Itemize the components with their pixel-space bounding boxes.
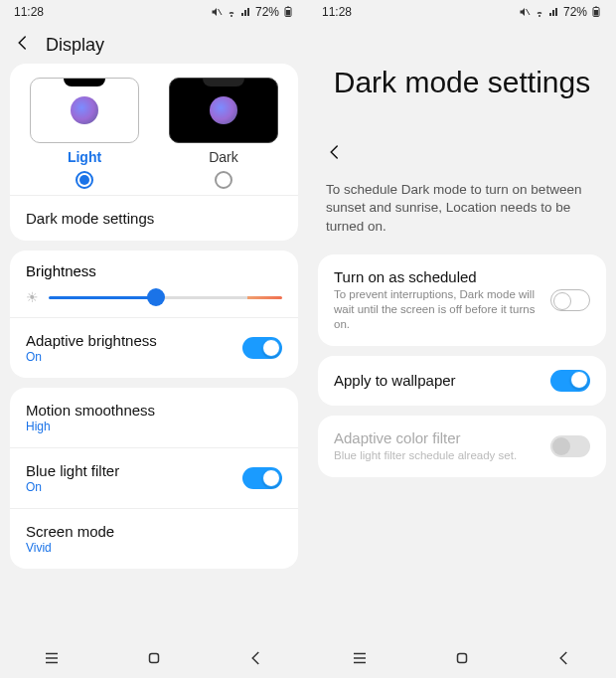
svg-rect-2	[286, 10, 290, 16]
back-icon	[247, 649, 265, 667]
back-icon	[555, 649, 573, 667]
page-title: Display	[46, 35, 104, 56]
theme-label-dark: Dark	[209, 149, 238, 165]
bluelight-label: Blue light filter	[26, 462, 119, 479]
adaptive-brightness-row[interactable]: Adaptive brightness On	[10, 317, 298, 378]
bluelight-status: On	[26, 480, 119, 494]
dark-mode-settings-label: Dark mode settings	[26, 210, 154, 227]
wallpaper-row[interactable]: Apply to wallpaper	[318, 356, 606, 406]
brightness-block: Brightness ☀	[10, 251, 298, 317]
colorfilter-row: Adaptive color filter Blue light filter …	[318, 416, 606, 477]
theme-card: Light Dark Dark mode settings	[10, 64, 298, 241]
scheduled-row[interactable]: Turn on as scheduled To prevent interrup…	[318, 254, 606, 346]
blue-light-row[interactable]: Blue light filter On	[10, 447, 298, 508]
brightness-label: Brightness	[26, 262, 282, 279]
theme-preview-dark	[169, 78, 278, 143]
svg-rect-11	[595, 7, 597, 8]
wifi-icon	[534, 6, 545, 18]
home-icon	[145, 649, 163, 667]
battery-icon	[590, 6, 602, 18]
signal-icon	[240, 6, 252, 18]
status-icons: 72%	[519, 5, 602, 19]
display-options-card: Motion smoothness High Blue light filter…	[10, 388, 298, 569]
nav-bar	[0, 638, 308, 678]
nav-home[interactable]	[452, 648, 472, 668]
nav-recents[interactable]	[350, 648, 370, 668]
colorfilter-label: Adaptive color filter	[334, 429, 517, 446]
svg-line-0	[218, 9, 222, 15]
radio-dark[interactable]	[215, 171, 232, 189]
adaptive-label: Adaptive brightness	[26, 332, 157, 349]
theme-row: Light Dark	[10, 64, 298, 195]
status-time: 11:28	[14, 5, 44, 19]
brightness-slider[interactable]	[49, 296, 282, 299]
back-button[interactable]	[14, 34, 32, 56]
status-bar: 11:28 72%	[308, 0, 616, 24]
wifi-icon	[226, 6, 237, 18]
status-icons: 72%	[211, 5, 294, 19]
scheduled-label: Turn on as scheduled	[334, 268, 540, 285]
adaptive-toggle[interactable]	[242, 337, 282, 359]
screen-mode-row[interactable]: Screen mode Vivid	[10, 508, 298, 569]
colorfilter-toggle	[550, 435, 590, 457]
adaptive-status: On	[26, 350, 157, 364]
nav-bar	[308, 638, 616, 678]
brightness-card: Brightness ☀ Adaptive brightness On	[10, 251, 298, 378]
screenmode-label: Screen mode	[26, 523, 114, 540]
motion-smoothness-row[interactable]: Motion smoothness High	[10, 388, 298, 447]
scheduled-desc: To prevent interruptions, Dark mode will…	[334, 287, 540, 332]
theme-option-dark[interactable]: Dark	[159, 78, 288, 189]
chevron-left-icon	[326, 143, 344, 161]
phone-left: 11:28 72% Display Light	[0, 0, 308, 678]
status-bar: 11:28 72%	[0, 0, 308, 24]
mute-icon	[519, 6, 531, 18]
nav-back[interactable]	[554, 648, 574, 668]
recents-icon	[43, 649, 61, 667]
motion-status: High	[26, 420, 155, 433]
motion-label: Motion smoothness	[26, 402, 155, 419]
content: Light Dark Dark mode settings Brightness	[0, 64, 308, 638]
svg-line-8	[526, 9, 530, 15]
colorfilter-desc: Blue light filter schedule already set.	[334, 448, 517, 463]
page-title: Dark mode settings	[308, 24, 616, 137]
status-time: 11:28	[322, 5, 352, 19]
intro-text: To schedule Dark mode to turn on between…	[308, 175, 616, 255]
home-icon	[453, 649, 471, 667]
screenmode-status: Vivid	[26, 541, 114, 555]
wallpaper-toggle[interactable]	[550, 370, 590, 392]
svg-rect-7	[149, 654, 158, 663]
chevron-left-icon	[14, 34, 32, 52]
svg-rect-10	[594, 10, 598, 16]
battery-icon	[282, 6, 294, 18]
recents-icon	[351, 649, 369, 667]
theme-label-light: Light	[68, 149, 101, 165]
header: Display	[0, 24, 308, 64]
brightness-slider-row: ☀	[26, 289, 282, 305]
battery-text: 72%	[563, 5, 587, 19]
theme-option-light[interactable]: Light	[20, 78, 149, 189]
back-button[interactable]	[308, 137, 616, 175]
svg-rect-3	[287, 7, 289, 8]
nav-back[interactable]	[246, 648, 266, 668]
brightness-thumb[interactable]	[147, 288, 165, 306]
svg-rect-15	[457, 654, 466, 663]
theme-preview-light	[30, 78, 139, 143]
signal-icon	[548, 6, 560, 18]
wallpaper-label: Apply to wallpaper	[334, 372, 456, 389]
battery-text: 72%	[255, 5, 279, 19]
bluelight-toggle[interactable]	[242, 467, 282, 489]
sun-icon: ☀	[26, 289, 39, 305]
mute-icon	[211, 6, 223, 18]
dark-mode-settings-row[interactable]: Dark mode settings	[10, 195, 298, 241]
scheduled-toggle[interactable]	[550, 289, 590, 311]
phone-right: 11:28 72% Dark mode settings To schedule…	[308, 0, 616, 678]
radio-light[interactable]	[76, 171, 93, 189]
nav-home[interactable]	[144, 648, 164, 668]
nav-recents[interactable]	[42, 648, 62, 668]
